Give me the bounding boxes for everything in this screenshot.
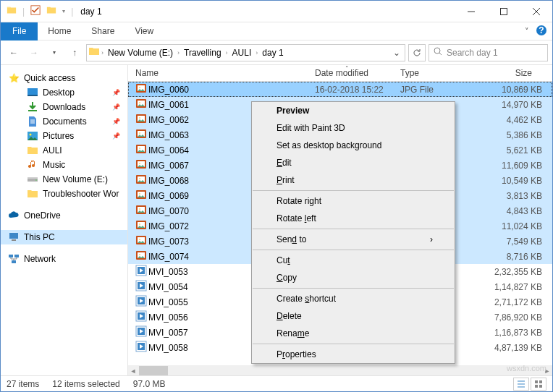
documents-icon bbox=[27, 116, 38, 127]
tab-share[interactable]: Share bbox=[81, 22, 124, 40]
video-file-icon bbox=[135, 280, 148, 294]
menu-separator bbox=[253, 250, 454, 250]
svg-point-9 bbox=[30, 134, 32, 136]
ctx-edit[interactable]: Edit bbox=[252, 154, 455, 171]
sidebar-item-music[interactable]: Music bbox=[1, 158, 127, 172]
ctx-cut[interactable]: Cut bbox=[252, 252, 455, 269]
help-icon[interactable]: ? bbox=[536, 25, 546, 38]
search-input[interactable]: Search day 1 bbox=[429, 44, 548, 61]
refresh-button[interactable] bbox=[408, 44, 426, 61]
back-button[interactable]: ← bbox=[5, 44, 22, 61]
ctx-properties[interactable]: Properties bbox=[252, 346, 455, 363]
svg-point-38 bbox=[139, 178, 140, 179]
minimize-button[interactable] bbox=[455, 1, 487, 22]
maximize-button[interactable] bbox=[487, 1, 520, 22]
table-row[interactable]: IMG_006016-02-2018 15:22JPG File10,869 K… bbox=[128, 82, 552, 97]
qat-dropdown-icon[interactable]: ▾ bbox=[62, 8, 65, 14]
crumb-volume[interactable]: New Volume (E:) bbox=[105, 48, 176, 58]
pin-icon: 📌 bbox=[112, 132, 120, 140]
pin-icon: 📌 bbox=[112, 89, 120, 96]
chevron-right-icon[interactable]: › bbox=[177, 49, 180, 56]
ctx-label: Delete bbox=[276, 311, 302, 321]
tab-view[interactable]: View bbox=[124, 22, 164, 40]
up-button[interactable]: ↑ bbox=[66, 44, 83, 61]
col-date[interactable]: Date modified bbox=[315, 68, 400, 78]
ribbon-expand-icon[interactable]: ˅ bbox=[525, 27, 529, 36]
chevron-right-icon[interactable]: › bbox=[101, 49, 104, 56]
sidebar-item-downloads[interactable]: Downloads📌 bbox=[1, 100, 127, 114]
pin-icon: 📌 bbox=[112, 118, 120, 125]
status-selected-count: 12 items selected bbox=[52, 379, 119, 389]
sidebar-item-new-volume-e-[interactable]: New Volume (E:) bbox=[1, 172, 127, 187]
menu-separator bbox=[253, 288, 454, 289]
image-file-icon bbox=[135, 98, 148, 111]
video-file-icon bbox=[135, 325, 148, 339]
ctx-print[interactable]: Print bbox=[252, 171, 455, 189]
folder-qat-icon[interactable] bbox=[46, 5, 56, 17]
crumb-auli[interactable]: AULI bbox=[229, 48, 255, 58]
svg-point-26 bbox=[139, 117, 140, 119]
chevron-right-icon[interactable]: › bbox=[226, 49, 228, 56]
tab-home[interactable]: Home bbox=[38, 22, 81, 40]
forward-button[interactable]: → bbox=[25, 44, 43, 61]
titlebar: | ▾ | day 1 bbox=[1, 1, 552, 22]
svg-rect-7 bbox=[28, 110, 37, 111]
ctx-label: Copy bbox=[276, 273, 297, 283]
svg-rect-66 bbox=[535, 380, 538, 383]
file-size: 2,32,355 KB bbox=[486, 267, 552, 277]
col-name[interactable]: Name bbox=[135, 68, 315, 78]
ctx-rotate-right[interactable]: Rotate right bbox=[252, 192, 455, 210]
ctx-delete[interactable]: Delete bbox=[252, 307, 455, 325]
window-title: day 1 bbox=[73, 7, 101, 17]
ctx-create-shortcut[interactable]: Create shortcut bbox=[252, 290, 455, 307]
image-file-icon bbox=[135, 250, 148, 263]
col-type[interactable]: Type bbox=[400, 68, 486, 78]
file-size: 7,86,920 KB bbox=[486, 312, 552, 323]
star-icon: ⭐ bbox=[8, 72, 20, 84]
sidebar-item-pictures[interactable]: Pictures📌 bbox=[1, 129, 127, 143]
ctx-set-as-desktop-background[interactable]: Set as desktop background bbox=[252, 137, 455, 154]
address-bar[interactable]: › New Volume (E:) › Travelling › AULI › … bbox=[86, 44, 405, 61]
ctx-send-to[interactable]: Send to› bbox=[252, 231, 455, 248]
ctx-label: Edit bbox=[276, 158, 292, 168]
ctx-edit-with-paint-3d[interactable]: Edit with Paint 3D bbox=[252, 119, 455, 137]
address-dropdown-icon[interactable]: ⌄ bbox=[390, 48, 403, 58]
file-size: 11,609 KB bbox=[486, 161, 552, 171]
col-size[interactable]: Size bbox=[486, 68, 552, 78]
sidebar-item-auli[interactable]: AULI bbox=[1, 143, 127, 158]
drive-icon bbox=[27, 174, 38, 185]
sidebar-item-troubleshooter-wor[interactable]: Troubleshooter Wor bbox=[1, 187, 127, 201]
column-headers[interactable]: ˄ Name Date modified Type Size bbox=[128, 65, 552, 82]
scrollbar-thumb[interactable] bbox=[139, 366, 168, 376]
crumb-travelling[interactable]: Travelling bbox=[181, 48, 224, 58]
image-file-icon bbox=[135, 219, 148, 233]
pc-icon bbox=[8, 231, 20, 243]
close-button[interactable] bbox=[520, 1, 552, 22]
ctx-label: Cut bbox=[276, 255, 290, 265]
recent-dropdown[interactable]: ▾ bbox=[46, 44, 63, 61]
sidebar-quick-access[interactable]: ⭐ Quick access bbox=[1, 71, 127, 85]
sidebar-item-documents[interactable]: Documents📌 bbox=[1, 114, 127, 129]
ctx-preview[interactable]: Preview bbox=[252, 102, 455, 119]
menu-separator bbox=[253, 190, 454, 191]
sidebar-item-desktop[interactable]: Desktop📌 bbox=[1, 85, 127, 100]
tab-file[interactable]: File bbox=[1, 22, 38, 41]
svg-point-29 bbox=[139, 132, 140, 134]
chevron-right-icon[interactable]: › bbox=[256, 49, 258, 56]
sidebar-this-pc[interactable]: This PC bbox=[1, 230, 127, 244]
ctx-rename[interactable]: Rename bbox=[252, 325, 455, 342]
svg-rect-14 bbox=[12, 239, 16, 241]
cloud-icon bbox=[8, 210, 20, 221]
file-size: 1,16,873 KB bbox=[486, 328, 552, 338]
checkbox-icon[interactable] bbox=[30, 5, 41, 17]
context-menu: PreviewEdit with Paint 3DSet as desktop … bbox=[251, 101, 455, 364]
sidebar-network[interactable]: Network bbox=[1, 252, 127, 266]
crumb-day1[interactable]: day 1 bbox=[259, 48, 286, 58]
thumbnails-view-button[interactable] bbox=[531, 378, 546, 391]
ctx-rotate-left[interactable]: Rotate left bbox=[252, 210, 455, 227]
ctx-copy[interactable]: Copy bbox=[252, 269, 455, 286]
svg-point-4 bbox=[434, 48, 440, 54]
watermark: wsxdn.com bbox=[507, 364, 546, 372]
details-view-button[interactable] bbox=[513, 378, 529, 391]
sidebar-onedrive[interactable]: OneDrive bbox=[1, 208, 127, 223]
